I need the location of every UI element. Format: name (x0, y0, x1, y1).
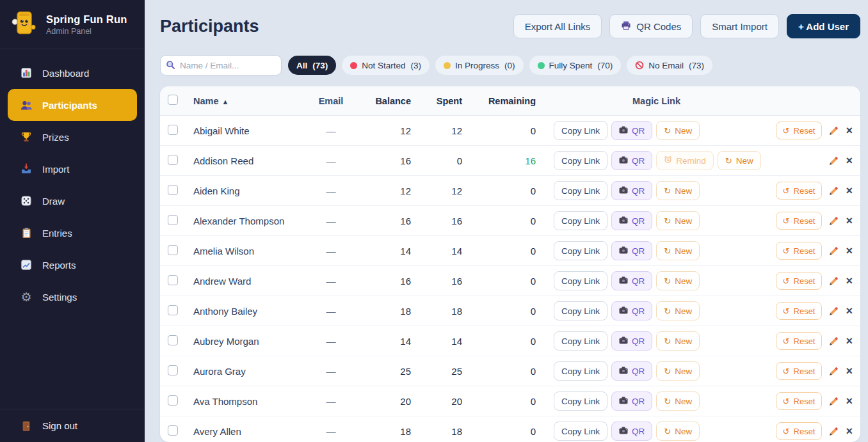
row-checkbox[interactable] (168, 185, 178, 195)
delete-x-icon[interactable]: × (846, 185, 853, 196)
edit-pencil-icon[interactable] (828, 366, 839, 377)
delete-x-icon[interactable]: × (846, 275, 853, 287)
copy-link-button[interactable]: Copy Link (554, 151, 607, 170)
copy-link-button[interactable]: Copy Link (554, 121, 607, 140)
delete-x-icon[interactable]: × (846, 125, 853, 136)
edit-pencil-icon[interactable] (828, 185, 839, 196)
qr-button[interactable]: QR (611, 211, 652, 230)
qr-button[interactable]: QR (611, 121, 652, 140)
copy-link-button[interactable]: Copy Link (554, 422, 607, 441)
copy-link-button[interactable]: Copy Link (554, 361, 607, 381)
qr-button[interactable]: QR (611, 422, 652, 441)
select-all-checkbox[interactable] (168, 95, 178, 105)
qr-button[interactable]: QR (611, 301, 652, 320)
copy-link-button[interactable]: Copy Link (554, 391, 607, 411)
delete-x-icon[interactable]: × (846, 335, 853, 347)
sidebar-item-reports[interactable]: Reports (8, 249, 137, 281)
edit-pencil-icon[interactable] (828, 426, 839, 437)
delete-x-icon[interactable]: × (846, 425, 853, 437)
copy-link-button[interactable]: Copy Link (554, 331, 607, 351)
qr-codes-button[interactable]: QR Codes (609, 14, 693, 38)
new-label: New (675, 276, 692, 286)
delete-x-icon[interactable]: × (846, 365, 853, 377)
delete-x-icon[interactable]: × (846, 245, 853, 257)
reset-button[interactable]: ↺ Reset (776, 332, 823, 350)
new-link-button[interactable]: ↻ New (656, 301, 700, 320)
row-checkbox[interactable] (168, 425, 178, 436)
search-input[interactable] (160, 55, 282, 75)
delete-x-icon[interactable]: × (846, 395, 853, 407)
reset-button[interactable]: ↺ Reset (776, 242, 823, 260)
remind-button[interactable]: Remind (656, 151, 714, 170)
copy-link-button[interactable]: Copy Link (554, 301, 607, 320)
edit-pencil-icon[interactable] (828, 246, 839, 257)
reset-button[interactable]: ↺ Reset (776, 362, 823, 380)
reset-button[interactable]: ↺ Reset (776, 272, 823, 290)
copy-link-button[interactable]: Copy Link (554, 211, 607, 230)
new-link-button[interactable]: ↻ New (656, 181, 700, 200)
edit-pencil-icon[interactable] (828, 396, 839, 407)
qr-label: QR (632, 397, 645, 406)
qr-button[interactable]: QR (611, 391, 652, 411)
edit-pencil-icon[interactable] (828, 155, 839, 166)
reset-button[interactable]: ↺ Reset (776, 212, 823, 230)
delete-x-icon[interactable]: × (846, 215, 853, 226)
new-link-button[interactable]: ↻ New (656, 391, 700, 411)
new-link-button[interactable]: ↻ New (656, 422, 700, 441)
row-checkbox[interactable] (168, 305, 178, 315)
qr-button[interactable]: QR (611, 151, 652, 170)
new-link-button[interactable]: ↻ New (718, 151, 761, 170)
copy-link-button[interactable]: Copy Link (554, 241, 607, 260)
reset-button[interactable]: ↺ Reset (776, 392, 823, 410)
row-checkbox[interactable] (168, 245, 178, 255)
smart-import-button[interactable]: Smart Import (700, 14, 779, 38)
filter-pill-no-email[interactable]: No Email (73) (627, 56, 712, 75)
copy-link-button[interactable]: Copy Link (554, 181, 607, 200)
row-checkbox[interactable] (168, 365, 178, 375)
export-all-links-button[interactable]: Export All Links (513, 14, 602, 38)
row-checkbox[interactable] (168, 335, 178, 345)
sidebar-item-dashboard[interactable]: Dashboard (8, 57, 137, 89)
row-checkbox[interactable] (168, 155, 178, 165)
qr-button[interactable]: QR (611, 361, 652, 381)
qr-button[interactable]: QR (611, 331, 652, 351)
filter-pill-not-started[interactable]: Not Started (3) (342, 56, 430, 75)
new-link-button[interactable]: ↻ New (656, 241, 700, 260)
reset-button[interactable]: ↺ Reset (776, 302, 823, 320)
new-link-button[interactable]: ↻ New (656, 361, 700, 381)
qr-button[interactable]: QR (611, 271, 652, 290)
sidebar-item-draw[interactable]: Draw (8, 185, 137, 217)
sidebar-item-settings[interactable]: ⚙ Settings (8, 281, 137, 313)
reset-button[interactable]: ↺ Reset (776, 422, 823, 440)
edit-pencil-icon[interactable] (828, 336, 839, 347)
row-checkbox[interactable] (168, 215, 178, 225)
row-checkbox[interactable] (168, 395, 178, 406)
new-link-button[interactable]: ↻ New (656, 271, 700, 290)
edit-pencil-icon[interactable] (828, 306, 839, 317)
row-checkbox[interactable] (168, 275, 178, 285)
qr-button[interactable]: QR (611, 181, 652, 200)
reset-button[interactable]: ↺ Reset (776, 122, 823, 139)
filter-pill-in-progress[interactable]: In Progress (0) (435, 56, 524, 75)
sidebar-item-participants[interactable]: Participants (8, 89, 137, 121)
header-name[interactable]: Name▲ (193, 96, 302, 106)
reset-button[interactable]: ↺ Reset (776, 182, 823, 200)
add-user-button[interactable]: + Add User (787, 14, 860, 38)
new-link-button[interactable]: ↻ New (656, 211, 700, 230)
qr-button[interactable]: QR (611, 241, 652, 260)
new-link-button[interactable]: ↻ New (656, 121, 700, 140)
sidebar-item-prizes[interactable]: Prizes (8, 121, 137, 153)
edit-pencil-icon[interactable] (828, 125, 839, 136)
filter-pill-fully-spent[interactable]: Fully Spent (70) (529, 56, 622, 75)
delete-x-icon[interactable]: × (846, 155, 853, 166)
filter-pill-all[interactable]: All (73) (288, 56, 336, 75)
row-checkbox[interactable] (168, 125, 178, 135)
copy-link-button[interactable]: Copy Link (554, 271, 607, 290)
sign-out-button[interactable]: Sign out (0, 409, 145, 442)
edit-pencil-icon[interactable] (828, 276, 839, 287)
edit-pencil-icon[interactable] (828, 216, 839, 226)
sidebar-item-import[interactable]: Import (8, 153, 137, 185)
new-link-button[interactable]: ↻ New (656, 331, 700, 351)
sidebar-item-entries[interactable]: Entries (8, 217, 137, 249)
delete-x-icon[interactable]: × (846, 305, 853, 317)
